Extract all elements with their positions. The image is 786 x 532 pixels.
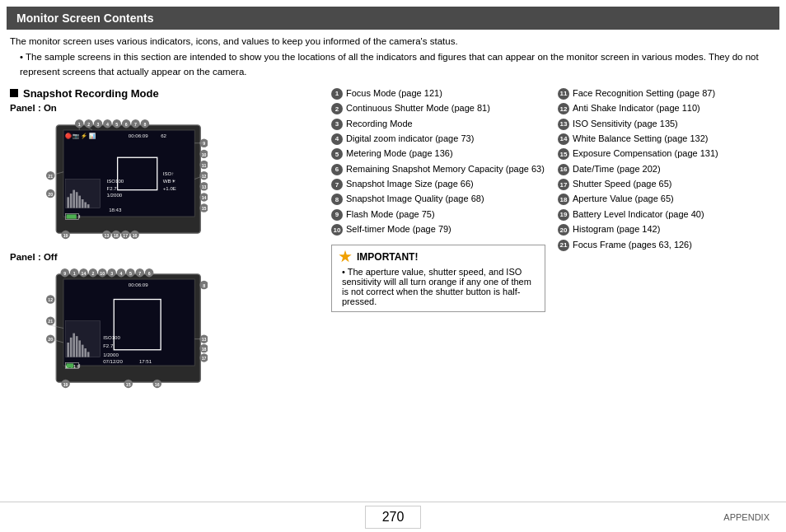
important-text: • The aperture value, shutter speed, and… [339, 267, 538, 306]
item-4: 4 Digital zoom indicator (page 73) [331, 133, 550, 145]
intro-section: The monitor screen uses various indicato… [0, 30, 786, 84]
svg-rect-3 [67, 197, 69, 208]
svg-text:8: 8 [203, 282, 205, 287]
svg-text:5: 5 [129, 271, 132, 276]
svg-text:21: 21 [48, 174, 53, 179]
svg-text:15: 15 [202, 206, 207, 211]
page-header: Monitor Screen Contents [7, 7, 779, 30]
svg-rect-82 [82, 344, 84, 357]
item-17: 17 Shutter Speed (page 65) [558, 178, 776, 190]
svg-text:11: 11 [202, 162, 207, 167]
svg-rect-80 [76, 336, 78, 357]
svg-text:17:51: 17:51 [139, 357, 152, 363]
main-content: Snapshot Recording Mode Panel : On [0, 84, 786, 404]
svg-text:00:06:09: 00:06:09 [129, 282, 148, 287]
svg-rect-95 [67, 363, 74, 367]
section-title: Snapshot Recording Mode [10, 87, 323, 100]
item-10: 10 Self-timer Mode (page 79) [331, 223, 550, 236]
svg-text:62: 62 [161, 133, 166, 138]
item-5: 5 Metering Mode (page 136) [331, 147, 550, 160]
svg-text:20: 20 [48, 191, 53, 196]
svg-text:17: 17 [202, 356, 207, 361]
svg-text:16: 16 [133, 232, 138, 237]
svg-text:21: 21 [48, 319, 53, 324]
svg-text:07/12/20: 07/12/20 [103, 357, 123, 363]
svg-rect-6 [76, 192, 78, 208]
svg-text:F2.7: F2.7 [107, 184, 118, 190]
svg-text:7: 7 [134, 122, 137, 127]
svg-rect-5 [73, 189, 75, 208]
item-6: 6 Remaining Snapshot Memory Capacity (pa… [331, 163, 550, 175]
svg-text:18: 18 [114, 232, 119, 237]
square-icon [10, 89, 18, 97]
svg-rect-78 [70, 338, 73, 357]
item-21: 21 Focus Frame (pages 63, 126) [558, 239, 776, 251]
item-18: 18 Aperture Value (page 65) [558, 193, 776, 205]
page-footer: 270 APPENDIX [0, 502, 786, 532]
svg-text:18:43: 18:43 [109, 207, 122, 212]
intro-line1: The monitor screen uses various indicato… [10, 35, 776, 49]
item-16: 16 Date/Time (page 202) [558, 163, 776, 175]
item-3: 3 Recording Mode [331, 118, 550, 130]
panel-on-diagram: 🔴 📷 ⚡ 📊 00:06:09 62 ISO100 F2.7 1/2000 I… [10, 115, 323, 245]
svg-text:13: 13 [105, 232, 110, 237]
svg-text:4: 4 [106, 122, 109, 127]
item-8: 8 Snapshot Image Quality (page 68) [331, 193, 550, 205]
svg-rect-24 [67, 214, 77, 218]
svg-rect-4 [70, 194, 73, 208]
item-12: 12 Anti Shake Indicator (page 110) [558, 102, 776, 114]
svg-text:9: 9 [63, 271, 66, 276]
svg-text:13: 13 [202, 184, 207, 189]
section-title-text: Snapshot Recording Mode [23, 87, 159, 100]
header-title: Monitor Screen Contents [16, 12, 153, 25]
svg-text:16: 16 [155, 381, 160, 386]
star-icon [339, 250, 352, 264]
svg-text:6: 6 [148, 271, 151, 276]
svg-text:2: 2 [91, 271, 94, 276]
svg-text:13: 13 [202, 337, 207, 342]
camera-off-svg: 00:06:09 ISO100 F2.7 1/2000 07/12/20 17:… [35, 264, 208, 392]
item-2: 2 Continuous Shutter Mode (page 81) [331, 102, 550, 114]
svg-text:2: 2 [87, 122, 90, 127]
svg-text:14: 14 [82, 271, 87, 276]
svg-text:17: 17 [123, 232, 128, 237]
svg-text:9: 9 [203, 141, 205, 146]
svg-rect-9 [84, 202, 87, 208]
svg-text:10: 10 [100, 271, 105, 276]
svg-text:ISO100: ISO100 [103, 334, 120, 339]
svg-text:ISO100: ISO100 [107, 178, 124, 184]
svg-text:4: 4 [120, 271, 123, 276]
svg-text:14: 14 [202, 195, 207, 200]
item-11: 11 Face Recognition Setting (page 87) [558, 87, 776, 100]
page-number: 270 [365, 506, 422, 529]
item-9: 9 Flash Mode (page 75) [331, 208, 550, 221]
svg-text:1: 1 [73, 271, 76, 276]
svg-rect-10 [87, 204, 90, 208]
svg-text:8: 8 [143, 122, 146, 127]
svg-text:00:06:09: 00:06:09 [129, 133, 148, 138]
svg-text:7: 7 [138, 271, 141, 276]
svg-text:15: 15 [126, 381, 131, 386]
item-7: 7 Snapshot Image Size (page 66) [331, 178, 550, 190]
svg-text:WB☀: WB☀ [163, 178, 175, 184]
svg-text:1/2000: 1/2000 [103, 351, 119, 357]
svg-text:🔴 📷 ⚡ 📊: 🔴 📷 ⚡ 📊 [65, 133, 96, 139]
item-20: 20 Histogram (page 142) [558, 223, 776, 236]
item-1: 1 Focus Mode (page 121) [331, 87, 550, 100]
svg-text:3: 3 [110, 271, 113, 276]
svg-text:10: 10 [202, 152, 207, 156]
svg-text:1/2000: 1/2000 [107, 192, 123, 198]
items-col1: 1 Focus Mode (page 121) 2 Continuous Shu… [331, 87, 550, 401]
svg-rect-77 [67, 343, 69, 357]
important-box: IMPORTANT! • The aperture value, shutter… [331, 245, 545, 312]
svg-text:12: 12 [48, 297, 53, 302]
svg-rect-23 [78, 215, 80, 218]
svg-text:18: 18 [202, 346, 207, 351]
svg-text:1: 1 [78, 122, 81, 127]
svg-text:5: 5 [115, 122, 118, 127]
svg-text:F2.7: F2.7 [103, 343, 114, 348]
svg-rect-81 [78, 340, 81, 357]
left-panel: Snapshot Recording Mode Panel : On [10, 87, 323, 401]
intro-line2: • The sample screens in this section are… [10, 50, 776, 79]
svg-text:19: 19 [63, 381, 68, 386]
